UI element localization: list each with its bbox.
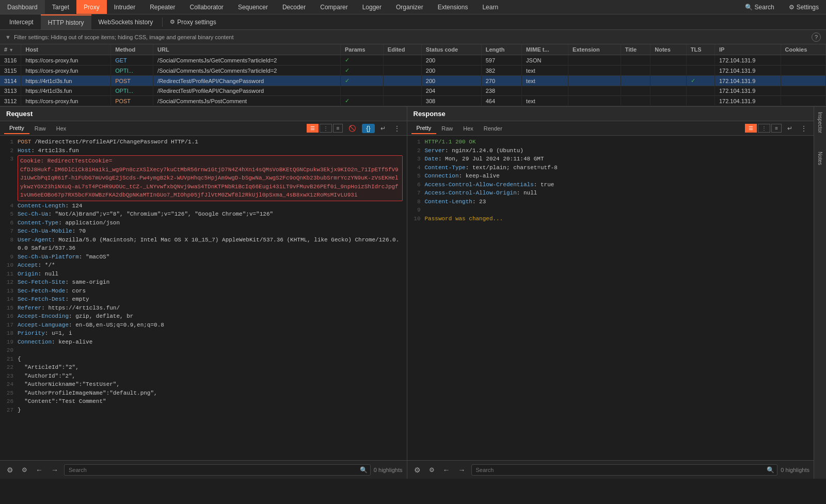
response-line: 2Server: nginx/1.24.0 (Ubuntu) xyxy=(411,147,810,155)
request-line: 26 "Content":"Test Comment" xyxy=(4,397,403,406)
settings-nav-button[interactable]: ⚙ Settings xyxy=(782,2,826,13)
request-search-icon: 🔍 xyxy=(360,466,368,474)
col-ip[interactable]: IP xyxy=(714,44,781,55)
req-search-gear-btn[interactable]: ⚙ xyxy=(19,465,30,475)
format-btn[interactable]: {} xyxy=(362,124,374,133)
response-search-input[interactable] xyxy=(471,464,778,476)
gear-icon: ⚙ xyxy=(170,19,175,25)
req-search-settings-btn[interactable]: ⚙ xyxy=(4,464,16,476)
nav-item-intruder[interactable]: Intruder xyxy=(107,0,142,14)
col-url[interactable]: URL xyxy=(153,44,341,55)
proxy-settings-button[interactable]: ⚙ Proxy settings xyxy=(165,17,221,28)
resp-view-btn3[interactable]: ≡ xyxy=(771,124,782,133)
table-row[interactable]: 3116https://cors-proxy.funGET/Social/Com… xyxy=(0,55,826,66)
col-cookies[interactable]: Cookies xyxy=(781,44,825,55)
resp-forward-btn[interactable]: → xyxy=(456,464,468,476)
request-search-wrap: 🔍 xyxy=(64,464,371,476)
notes-icon[interactable]: Notes xyxy=(815,150,825,167)
nav-item-sequencer[interactable]: Sequencer xyxy=(231,0,275,14)
no-intercept-btn[interactable]: 🚫 xyxy=(346,124,359,133)
response-line: 8Content-Length: 23 xyxy=(411,198,810,206)
filter-icon: ▼ xyxy=(5,34,11,40)
nav-item-collaborator[interactable]: Collaborator xyxy=(183,0,231,14)
request-search-input[interactable] xyxy=(64,464,371,476)
resp-back-btn[interactable]: ← xyxy=(440,464,453,476)
view-pretty-btn[interactable]: ☰ xyxy=(307,124,319,133)
request-highlights-count: 0 highlights xyxy=(374,467,403,473)
tab-raw[interactable]: Raw xyxy=(29,123,51,134)
resp-view-toggle: ☰ ⋮ ≡ xyxy=(745,124,782,133)
nav-item-repeater[interactable]: Repeater xyxy=(142,0,182,14)
table-row[interactable]: 3113https://4rt1cl3s.funOPTI.../Redirect… xyxy=(0,86,826,96)
response-tabs: Pretty Raw Hex Render ☰ ⋮ ≡ ↵ ⋮ xyxy=(407,121,814,136)
col-tls[interactable]: TLS xyxy=(686,44,714,55)
nav-item-extensions[interactable]: Extensions xyxy=(431,0,475,14)
request-line: 13Sec-Fetch-Mode: cors xyxy=(4,287,403,296)
col-edited[interactable]: Edited xyxy=(383,44,421,55)
tab-intercept[interactable]: Intercept xyxy=(2,14,41,29)
request-line: 23 "AuthorId":"2", xyxy=(4,372,403,381)
top-nav-right: 🔍 Search ⚙ Settings xyxy=(738,2,826,13)
request-line: 24 "AuthorNickname":"TestUser", xyxy=(4,380,403,389)
col-method[interactable]: Method xyxy=(111,44,153,55)
resp-wrap-btn[interactable]: ↵ xyxy=(785,124,795,133)
view-split-btn[interactable]: ⋮ xyxy=(320,124,332,133)
nav-item-decoder[interactable]: Decoder xyxy=(275,0,313,14)
nav-item-dashboard[interactable]: Dashboard xyxy=(0,0,45,14)
nav-item-organizer[interactable]: Organizer xyxy=(389,0,431,14)
nav-item-logger[interactable]: Logger xyxy=(355,0,389,14)
filter-help-button[interactable]: ? xyxy=(812,32,821,42)
table-row[interactable]: 3115https://cors-proxy.funOPTI.../Social… xyxy=(0,66,826,76)
inspector-icon[interactable]: Inspector xyxy=(815,110,825,135)
resp-search-gear-btn[interactable]: ⚙ xyxy=(426,465,437,475)
table-row[interactable]: 3114https://4rt1cl3s.funPOST/RedirectTes… xyxy=(0,76,826,86)
settings-icon: ⚙ xyxy=(789,4,795,11)
col-title[interactable]: Title xyxy=(621,44,650,55)
response-search-bar: ⚙ ⚙ ← → 🔍 0 highlights xyxy=(407,460,814,479)
resp-tab-hex[interactable]: Hex xyxy=(458,123,479,134)
col-host[interactable]: Host xyxy=(21,44,111,55)
top-nav: Dashboard Target Proxy Intruder Repeater… xyxy=(0,0,826,14)
resp-view-btn1[interactable]: ☰ xyxy=(745,124,757,133)
table-row[interactable]: 3112https://cors-proxy.funPOST/Social/Co… xyxy=(0,96,826,106)
more-btn[interactable]: ⋮ xyxy=(391,124,403,133)
req-forward-btn[interactable]: → xyxy=(49,464,61,476)
request-line: 7Sec-Ch-Ua-Mobile: ?0 xyxy=(4,227,403,236)
col-num[interactable]: # ▼ xyxy=(0,44,21,55)
search-nav-button[interactable]: 🔍 Search xyxy=(738,2,782,13)
request-line: 22 "ArticleId":"2", xyxy=(4,363,403,372)
nav-item-comparer[interactable]: Comparer xyxy=(313,0,355,14)
wrap-btn[interactable]: ↵ xyxy=(378,124,388,133)
request-line: 16Accept-Encoding: gzip, deflate, br xyxy=(4,312,403,321)
nav-item-learn[interactable]: Learn xyxy=(475,0,505,14)
resp-tab-raw[interactable]: Raw xyxy=(436,123,458,134)
request-line: 14Sec-Fetch-Dest: empty xyxy=(4,295,403,304)
tab-hex[interactable]: Hex xyxy=(51,123,72,134)
resp-tab-pretty[interactable]: Pretty xyxy=(411,123,437,134)
tab-websockets-history[interactable]: WebSockets history xyxy=(91,14,161,29)
view-list-btn[interactable]: ≡ xyxy=(333,124,343,133)
col-status[interactable]: Status code xyxy=(421,44,481,55)
resp-tab-render[interactable]: Render xyxy=(479,123,507,134)
resp-view-btn2[interactable]: ⋮ xyxy=(758,124,770,133)
response-line: 5Connection: keep-alive xyxy=(411,172,810,181)
view-toggle: ☰ ⋮ ≡ xyxy=(307,124,343,133)
req-back-btn[interactable]: ← xyxy=(33,464,45,476)
col-length[interactable]: Length xyxy=(481,44,521,55)
tab-http-history[interactable]: HTTP history xyxy=(41,14,91,29)
col-params[interactable]: Params xyxy=(340,44,383,55)
col-mime[interactable]: MIME t... xyxy=(522,44,568,55)
request-line: 20 xyxy=(4,346,403,355)
nav-item-target[interactable]: Target xyxy=(45,0,76,14)
request-line: 1POST /RedirectTest/ProfileAPI/ChangePas… xyxy=(4,138,403,147)
col-extension[interactable]: Extension xyxy=(568,44,621,55)
resp-more-btn[interactable]: ⋮ xyxy=(798,124,809,133)
tab-pretty[interactable]: Pretty xyxy=(4,123,29,134)
request-line: 17Accept-Language: en-GB,en-US;q=0.9,en;… xyxy=(4,321,403,330)
col-notes[interactable]: Notes xyxy=(650,44,686,55)
request-line: 3Cookie: RedirectTestCookie= CfDJ8Hukf-I… xyxy=(4,155,403,202)
nav-item-proxy[interactable]: Proxy xyxy=(76,0,107,14)
response-line: 4Content-Type: text/plain; charset=utf-8 xyxy=(411,164,810,172)
sub-nav: Intercept HTTP history WebSockets histor… xyxy=(0,14,826,30)
resp-search-settings-btn[interactable]: ⚙ xyxy=(411,464,423,476)
